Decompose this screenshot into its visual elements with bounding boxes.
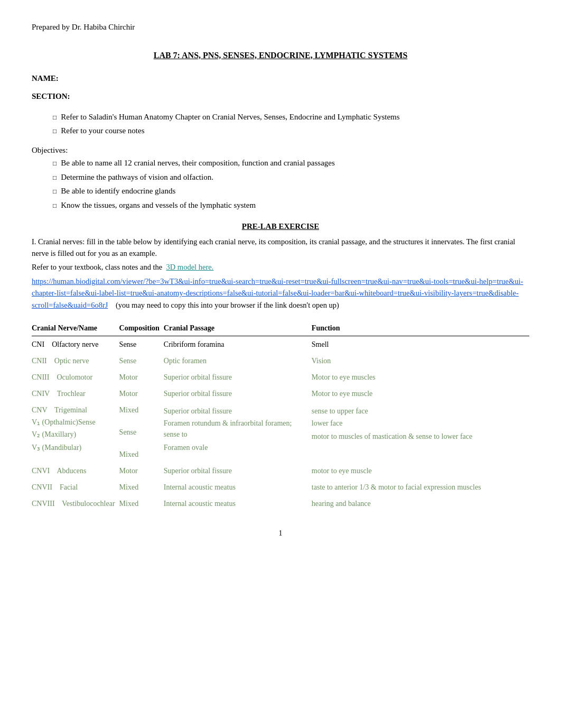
- pre-lab-title: PRE-LAB EXERCISE: [32, 220, 529, 233]
- cnvii-id: CNVII: [32, 483, 52, 491]
- cnii-function: Vision: [312, 353, 529, 369]
- cnv-sub3-passage: Foramen ovale: [164, 442, 307, 453]
- cnv-sub2-passage: Foramen rotundum & infraorbital foramen;…: [164, 418, 307, 440]
- cnvi-comp: Motor: [119, 463, 164, 479]
- cnv-sub2-name: V₂ (Maxillary): [32, 429, 115, 440]
- objective-1: Be able to name all 12 cranial nerves, t…: [48, 157, 529, 169]
- objective-2: Determine the pathways of vision and olf…: [48, 171, 529, 183]
- cnv-sub3-function: motor to muscles of mastication & sense …: [312, 431, 525, 442]
- cnii-comp: Sense: [119, 353, 164, 369]
- cnv-name: Trigeminal: [54, 406, 87, 414]
- cniii-id: CNIII: [32, 373, 49, 381]
- objective-4: Know the tissues, organs and vessels of …: [48, 199, 529, 211]
- cnv-sub2-name-text: V₂ (Maxillary): [32, 430, 76, 438]
- cniv-id-cell: CNIV Trochlear: [32, 385, 119, 402]
- cnv-comp-cell: Mixed Sense Mixed: [119, 402, 164, 463]
- name-field: NAME:: [32, 72, 529, 85]
- cnv-sub3-comp: Mixed: [119, 450, 139, 458]
- col-header-comp: Composition: [119, 320, 164, 336]
- cni-function: Smell: [312, 336, 529, 353]
- cnv-function-cell: sense to upper face lower face motor to …: [312, 402, 529, 463]
- objectives-label: Objectives:: [32, 144, 529, 156]
- table-row-cnv: CNV Trigeminal V₁ (Opthalmic)Sense V₂ (M…: [32, 402, 529, 463]
- cniv-comp: Motor: [119, 385, 164, 402]
- table-row-cni: CNI Olfactory nerve Sense Cribriform for…: [32, 336, 529, 353]
- cnvi-name: Abducens: [57, 467, 86, 475]
- cniii-passage: Superior orbital fissure: [164, 369, 312, 385]
- table-row-cnviii: CNVIII Vestibulocochlear Mixed Internal …: [32, 495, 529, 512]
- name-label: NAME:: [32, 72, 529, 85]
- cnii-name: Optic nerve: [54, 357, 89, 365]
- cnvi-id: CNVI: [32, 467, 50, 475]
- section-field: SECTION:: [32, 90, 529, 103]
- cnvii-comp: Mixed: [119, 479, 164, 495]
- cniii-comp: Motor: [119, 369, 164, 385]
- cnv-id: CNV: [32, 406, 47, 414]
- cnv-sub2-comp: Sense: [119, 428, 137, 436]
- intro-refer-text: Refer to your textbook, class notes and …: [32, 263, 162, 271]
- resource-item-2: Refer to your course notes: [48, 125, 529, 137]
- cnv-comp: Mixed: [119, 406, 139, 414]
- table-row-cnii: CNII Optic nerve Sense Optic foramen Vis…: [32, 353, 529, 369]
- cni-id: CNI Olfactory nerve: [32, 336, 119, 353]
- cni-comp: Sense: [119, 336, 164, 353]
- cnviii-function: hearing and balance: [312, 495, 529, 512]
- cnviii-name: Vestibulocochlear: [62, 500, 115, 508]
- table-row-cnvi: CNVI Abducens Motor Superior orbital fis…: [32, 463, 529, 479]
- resource-item-1: Refer to Saladin's Human Anatomy Chapter…: [48, 111, 529, 123]
- pre-lab-url: https://human.biodigital.com/viewer/?be=…: [32, 275, 529, 311]
- cnv-sub1-passage: Superior orbital fissure: [164, 406, 307, 417]
- cnviii-comp: Mixed: [119, 495, 164, 512]
- cnvii-name: Facial: [60, 483, 78, 491]
- intro-text-1: I. Cranial nerves: fill in the table bel…: [32, 237, 515, 257]
- table-header-row: Cranial Nerve/Name Composition Cranial P…: [32, 320, 529, 336]
- cnii-id-cell: CNII Optic nerve: [32, 353, 119, 369]
- cniv-id: CNIV: [32, 390, 50, 398]
- lab-title-block: LAB 7: ANS, PNS, SENSES, ENDOCRINE, LYMP…: [32, 49, 529, 62]
- table-row-cniv: CNIV Trochlear Motor Superior orbital fi…: [32, 385, 529, 402]
- prepared-by: Prepared by Dr. Habiba Chirchir: [32, 21, 529, 33]
- cni-passage: Cribriform foramina: [164, 336, 312, 353]
- cnvi-id-cell: CNVI Abducens: [32, 463, 119, 479]
- objectives-block: Objectives: Be able to name all 12 crani…: [32, 144, 529, 211]
- cnii-passage: Optic foramen: [164, 353, 312, 369]
- cnv-sub2-function: lower face: [312, 418, 525, 429]
- lab-title: LAB 7: ANS, PNS, SENSES, ENDOCRINE, LYMP…: [32, 49, 529, 62]
- cnv-sub1-name: V₁ (Opthalmic)Sense: [32, 417, 115, 428]
- col-header-cni: Cranial Nerve/Name: [32, 320, 119, 336]
- objectives-list: Be able to name all 12 cranial nerves, t…: [48, 157, 529, 211]
- col-header-passage: Cranial Passage: [164, 320, 312, 336]
- cnii-id: CNII: [32, 357, 47, 365]
- cniv-function: Motor to eye muscle: [312, 385, 529, 402]
- cniii-function: Motor to eye muscles: [312, 369, 529, 385]
- pre-lab-intro2: Refer to your textbook, class notes and …: [32, 261, 529, 273]
- cnvii-id-cell: CNVII Facial: [32, 479, 119, 495]
- cnvii-passage: Internal acoustic meatus: [164, 479, 312, 495]
- cnviii-id: CNVIII: [32, 500, 55, 508]
- cnviii-passage: Internal acoustic meatus: [164, 495, 312, 512]
- table-row-cniii: CNIII Oculomotor Motor Superior orbital …: [32, 369, 529, 385]
- cnvi-function: motor to eye muscle: [312, 463, 529, 479]
- cnvi-passage: Superior orbital fissure: [164, 463, 312, 479]
- table-row-cnvii: CNVII Facial Mixed Internal acoustic mea…: [32, 479, 529, 495]
- cniii-id-cell: CNIII Oculomotor: [32, 369, 119, 385]
- objective-3: Be able to identify endocrine glands: [48, 185, 529, 197]
- pre-lab-intro1: I. Cranial nerves: fill in the table bel…: [32, 236, 529, 260]
- cnviii-id-cell: CNVIII Vestibulocochlear: [32, 495, 119, 512]
- col-header-function: Function: [312, 320, 529, 336]
- cniv-passage: Superior orbital fissure: [164, 385, 312, 402]
- cni-name: Olfactory nerve: [52, 340, 98, 348]
- cnv-sub3-name: V₃ (Mandibular): [32, 442, 115, 453]
- cnv-id-cell: CNV Trigeminal V₁ (Opthalmic)Sense V₂ (M…: [32, 402, 119, 463]
- cnv-sub1-function: sense to upper face: [312, 406, 525, 417]
- cnvii-function: taste to anterior 1/3 & motor to facial …: [312, 479, 529, 495]
- cniv-name: Trochlear: [57, 390, 86, 398]
- cnv-passage-cell: Superior orbital fissure Foramen rotundu…: [164, 402, 312, 463]
- 3d-model-link[interactable]: 3D model here.: [166, 263, 214, 271]
- page-number: 1: [32, 528, 529, 539]
- copy-note: (you may need to copy this into your bro…: [116, 301, 339, 309]
- cranial-nerves-table: Cranial Nerve/Name Composition Cranial P…: [32, 320, 529, 512]
- cniii-name: Oculomotor: [57, 373, 92, 381]
- resources-list: Refer to Saladin's Human Anatomy Chapter…: [48, 111, 529, 137]
- section-label: SECTION:: [32, 90, 529, 103]
